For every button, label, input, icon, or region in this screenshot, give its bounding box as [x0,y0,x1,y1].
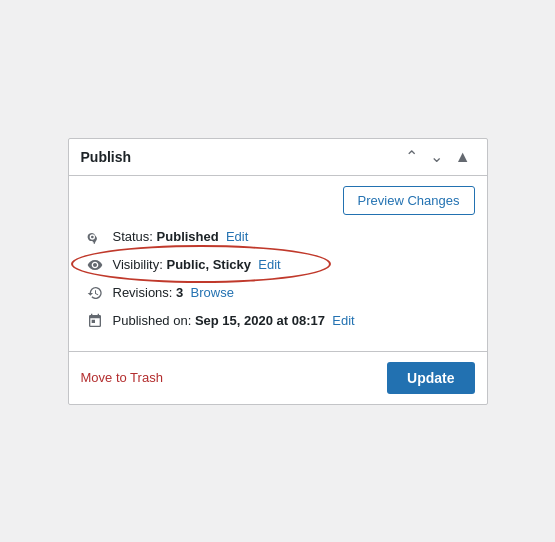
preview-changes-button[interactable]: Preview Changes [343,186,475,215]
visibility-text: Visibility: Public, Sticky Edit [113,257,281,272]
status-row: Status: Published Edit [85,227,471,247]
widget-footer: Move to Trash Update [69,351,487,404]
visibility-label: Visibility: [113,257,163,272]
status-label: Status: [113,229,153,244]
expand-button[interactable]: ▲ [451,147,475,167]
key-icon [85,227,105,247]
collapse-down-button[interactable]: ⌄ [426,147,447,167]
revisions-icon [85,283,105,303]
meta-rows: Status: Published Edit Visibility: Publi… [81,227,475,331]
revisions-value: 3 [176,285,183,300]
widget-body: Preview Changes Status: Published Edit [69,176,487,341]
published-row: Published on: Sep 15, 2020 at 08:17 Edit [85,311,471,331]
widget-title: Publish [81,149,132,165]
published-value: Sep 15, 2020 at 08:17 [195,313,325,328]
status-edit-link[interactable]: Edit [226,229,248,244]
preview-row: Preview Changes [81,186,475,215]
calendar-icon [85,311,105,331]
collapse-up-button[interactable]: ⌃ [401,147,422,167]
visibility-value: Public, Sticky [166,257,251,272]
visibility-edit-link[interactable]: Edit [258,257,280,272]
status-value: Published [157,229,219,244]
revisions-label: Revisions: [113,285,173,300]
header-controls: ⌃ ⌄ ▲ [401,147,475,167]
published-edit-link[interactable]: Edit [332,313,354,328]
visibility-row: Visibility: Public, Sticky Edit [85,255,471,275]
published-text: Published on: Sep 15, 2020 at 08:17 Edit [113,313,355,328]
status-text: Status: Published Edit [113,229,249,244]
published-label: Published on: [113,313,192,328]
revisions-browse-link[interactable]: Browse [191,285,234,300]
publish-widget: Publish ⌃ ⌄ ▲ Preview Changes Status: [68,138,488,405]
eye-icon [85,255,105,275]
widget-header: Publish ⌃ ⌄ ▲ [69,139,487,176]
move-to-trash-link[interactable]: Move to Trash [81,370,163,385]
revisions-text: Revisions: 3 Browse [113,285,234,300]
update-button[interactable]: Update [387,362,474,394]
revisions-row: Revisions: 3 Browse [85,283,471,303]
